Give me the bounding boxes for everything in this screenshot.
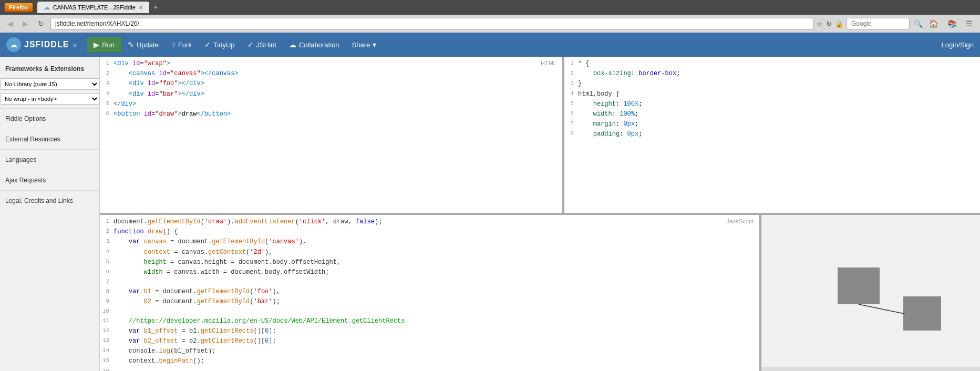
refresh-button[interactable]: ↻ bbox=[35, 18, 47, 29]
sidebar-divider-5 bbox=[0, 190, 99, 191]
html-code-content[interactable]: 1<div id="wrap"> 2 <canvas id="canvas"><… bbox=[100, 57, 562, 213]
table-row: 16 bbox=[100, 367, 759, 371]
table-row: 5</div> bbox=[100, 99, 562, 109]
sidebar-item-languages[interactable]: Languages bbox=[0, 152, 99, 168]
table-row: 13 var b2_offset = b2.getClientRects()[0… bbox=[100, 336, 759, 346]
table-row: 3 <div id="foo"></div> bbox=[100, 79, 562, 89]
jshint-button[interactable]: ✓ JSHint bbox=[241, 37, 283, 52]
forward-button[interactable]: ▶ bbox=[19, 18, 32, 29]
tidyup-label: TidyUp bbox=[213, 41, 235, 49]
browser-tab[interactable]: ☁ CANVAS TEMPLATE - JSFiddle ✕ bbox=[37, 2, 149, 13]
tidyup-icon: ✓ bbox=[204, 40, 211, 49]
table-row: 5 height = canvas.height = document.body… bbox=[100, 257, 759, 267]
table-row: 2 box-sizing: border-box; bbox=[564, 69, 980, 79]
sidebar-item-ajax-requests[interactable]: Ajax Requests bbox=[0, 172, 99, 188]
table-row: 8 padding: 0px; bbox=[564, 129, 980, 139]
collaboration-button[interactable]: ☁ Collaboration bbox=[283, 37, 346, 52]
sidebar-item-external-resources[interactable]: External Resources bbox=[0, 131, 99, 147]
table-row: 1document.getElementById('draw').addEven… bbox=[100, 217, 759, 227]
sidebar-divider-2 bbox=[0, 129, 99, 129]
table-row: 15 context.beginPath(); bbox=[100, 356, 759, 366]
search-icon[interactable]: 🔍 bbox=[914, 19, 923, 28]
top-panels: HTML 1<div id="wrap"> 2 <canvas id="canv… bbox=[100, 57, 980, 215]
browser-chrome: Firefox ☁ CANVAS TEMPLATE - JSFiddle ✕ + bbox=[0, 0, 980, 15]
tab-icon: ☁ bbox=[44, 4, 50, 11]
run-icon: ▶ bbox=[94, 40, 99, 49]
collaboration-label: Collaboration bbox=[299, 41, 339, 49]
table-row: 4 context = canvas.getContext('2d'), bbox=[100, 248, 759, 257]
table-row: 6 width = canvas.width = document.body.o… bbox=[100, 267, 759, 277]
sidebar-divider-1 bbox=[0, 108, 99, 109]
identity-icon[interactable]: 🔒 bbox=[835, 20, 843, 28]
collaboration-icon: ☁ bbox=[289, 40, 296, 49]
table-row: 8 var b1 = document.getElementById('foo'… bbox=[100, 287, 759, 297]
table-row: 12 var b1_offset = b1.getClientRects()[0… bbox=[100, 326, 759, 336]
css-code-content[interactable]: 1* { 2 box-sizing: border-box; 3} 4html,… bbox=[564, 57, 980, 213]
run-button[interactable]: ▶ Run bbox=[87, 37, 121, 53]
table-row: 10 bbox=[100, 307, 759, 316]
table-row: 1<div id="wrap"> bbox=[100, 59, 562, 69]
table-row: 1* { bbox=[564, 59, 980, 69]
table-row: 9 b2 = document.getElementById('bar'); bbox=[100, 297, 759, 307]
update-icon: ✎ bbox=[128, 40, 134, 49]
table-row: 2function draw() { bbox=[100, 227, 759, 237]
html-panel-label: HTML bbox=[541, 60, 556, 66]
js-panel: JavaScript 1document.getElementById('dra… bbox=[100, 215, 759, 371]
fork-label: Fork bbox=[178, 41, 192, 49]
canvas-line bbox=[859, 304, 904, 314]
wrap-select[interactable]: No wrap - in <body> bbox=[0, 93, 99, 105]
jsfiddle-toolbar: ☁ JSFIDDLE α ▶ Run ✎ Update ⑂ Fork ✓ Tid… bbox=[0, 33, 980, 57]
jsfiddle-logo: ☁ JSFIDDLE α bbox=[6, 37, 76, 52]
sidebar: Frameworks & Extensions No-Library (pure… bbox=[0, 57, 100, 371]
logo-icon: ☁ bbox=[6, 37, 21, 52]
table-row: 6 width: 100%; bbox=[564, 109, 980, 119]
run-label: Run bbox=[102, 41, 115, 49]
sidebar-item-legal[interactable]: Legal, Credits and Links bbox=[0, 193, 99, 209]
new-tab-button[interactable]: + bbox=[153, 3, 158, 12]
firefox-menu-button[interactable]: Firefox bbox=[4, 3, 33, 12]
menu-button[interactable]: ☰ bbox=[963, 18, 976, 29]
share-button[interactable]: Share ▾ bbox=[346, 37, 383, 52]
scroll-indicator bbox=[761, 367, 980, 371]
canvas-box-1 bbox=[838, 267, 880, 304]
search-input[interactable] bbox=[847, 18, 910, 29]
sidebar-divider-4 bbox=[0, 170, 99, 170]
share-dropdown-icon: ▾ bbox=[373, 40, 376, 49]
fork-icon: ⑂ bbox=[171, 40, 176, 49]
share-label: Share bbox=[352, 41, 370, 49]
html-panel: HTML 1<div id="wrap"> 2 <canvas id="canv… bbox=[100, 57, 562, 213]
refresh-icon[interactable]: ↻ bbox=[826, 20, 832, 28]
result-panel bbox=[759, 215, 980, 371]
update-button[interactable]: ✎ Update bbox=[121, 37, 165, 52]
bottom-panels: JavaScript 1document.getElementById('dra… bbox=[100, 215, 980, 371]
frameworks-section-label: Frameworks & Extensions bbox=[0, 61, 99, 77]
table-row: 7 margin: 0px; bbox=[564, 119, 980, 129]
fork-button[interactable]: ⑂ Fork bbox=[165, 37, 198, 52]
js-code-content[interactable]: 1document.getElementById('draw').addEven… bbox=[100, 215, 759, 371]
js-panel-label: JavaScript bbox=[727, 218, 754, 224]
tidyup-button[interactable]: ✓ TidyUp bbox=[198, 37, 241, 52]
table-row: 3 var canvas = document.getElementById('… bbox=[100, 237, 759, 247]
jshint-icon: ✓ bbox=[247, 40, 254, 49]
table-row: 6<button id="draw">draw</button> bbox=[100, 109, 562, 119]
tab-title: CANVAS TEMPLATE - JSFiddle bbox=[53, 4, 136, 11]
main-layout: Frameworks & Extensions No-Library (pure… bbox=[0, 57, 980, 371]
back-button[interactable]: ◀ bbox=[4, 18, 16, 29]
logo-text: JSFIDDLE bbox=[24, 40, 69, 49]
table-row: 3} bbox=[564, 79, 980, 89]
login-button[interactable]: Login/Sign bbox=[942, 41, 974, 49]
logo-alpha-badge: α bbox=[73, 42, 76, 48]
url-input[interactable] bbox=[50, 18, 813, 29]
bookmarks-button[interactable]: 📚 bbox=[944, 18, 960, 29]
code-area: HTML 1<div id="wrap"> 2 <canvas id="canv… bbox=[100, 57, 980, 371]
tab-close-icon[interactable]: ✕ bbox=[139, 5, 143, 11]
library-select[interactable]: No-Library (pure JS) bbox=[0, 78, 99, 90]
canvas-result-svg bbox=[761, 215, 980, 371]
table-row: 14 console.log(b1_offset); bbox=[100, 346, 759, 356]
sidebar-divider-3 bbox=[0, 149, 99, 150]
sidebar-item-fiddle-options[interactable]: Fiddle Options bbox=[0, 111, 99, 127]
bookmark-icon[interactable]: ☆ bbox=[817, 20, 823, 28]
url-bar: ◀ ▶ ↻ ☆ ↻ 🔒 🔍 🏠 📚 ☰ bbox=[0, 15, 980, 33]
table-row: 4 <div id="bar"></div> bbox=[100, 89, 562, 99]
home-button[interactable]: 🏠 bbox=[926, 18, 941, 29]
